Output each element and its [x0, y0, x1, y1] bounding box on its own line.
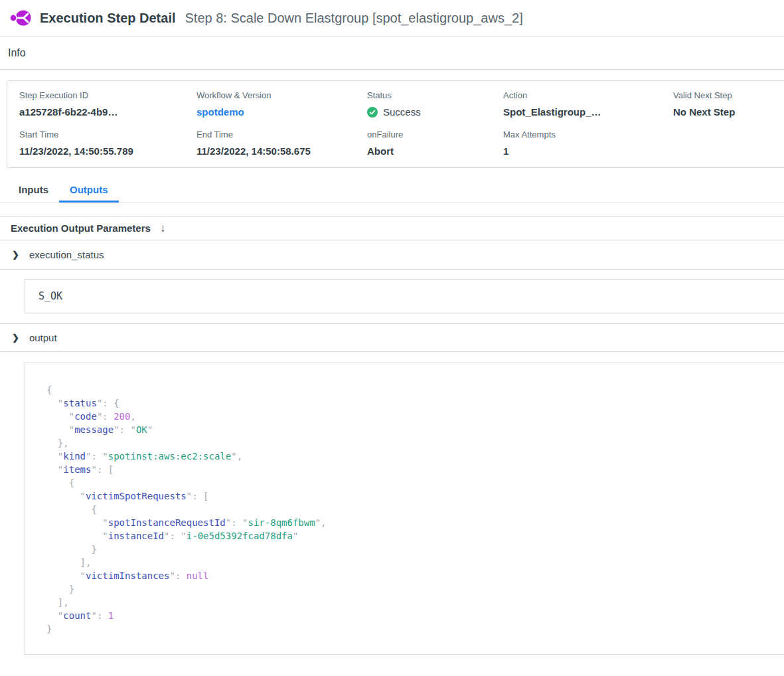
field-label: Status [367, 90, 503, 100]
field-valid-next-step: Valid Next Step No Next Step [673, 90, 773, 118]
field-workflow-version: Workflow & Version spotdemo [196, 90, 367, 118]
param-row-execution-status[interactable]: ❯ execution_status [0, 240, 784, 270]
output-json-viewer: { "status": { "code": 200, "message": "O… [25, 363, 784, 655]
info-section-header: Info [0, 37, 784, 70]
page-header: Execution Step Detail Step 8: Scale Down… [0, 0, 784, 37]
field-label: Valid Next Step [673, 90, 773, 100]
tab-inputs[interactable]: Inputs [8, 177, 59, 202]
status-badge: Success [367, 106, 503, 118]
field-label: End Time [196, 129, 367, 139]
field-label: Workflow & Version [196, 90, 367, 100]
field-value: 11/23/2022, 14:50:58.675 [196, 145, 367, 157]
tabs-spacer [0, 203, 784, 216]
download-icon[interactable]: ↓ [160, 222, 166, 234]
field-end-time: End Time 11/23/2022, 14:50:58.675 [196, 129, 367, 157]
field-label: Step Execution ID [19, 90, 196, 100]
workflow-link[interactable]: spotdemo [196, 106, 367, 118]
tab-outputs[interactable]: Outputs [59, 177, 119, 203]
output-parameters-header: Execution Output Parameters ↓ [0, 216, 784, 240]
field-status: Status Success [367, 90, 503, 118]
param-row-output[interactable]: ❯ output [0, 324, 784, 352]
field-label: Action [503, 90, 673, 100]
step-info-card: Step Execution ID a125728f-6b22-4b9… Wor… [7, 80, 784, 168]
field-step-execution-id: Step Execution ID a125728f-6b22-4b9… [19, 90, 196, 118]
param-name: output [29, 332, 57, 343]
success-check-icon [367, 107, 378, 118]
info-section-label: Info [8, 47, 26, 59]
output-parameters-title: Execution Output Parameters [11, 222, 151, 234]
field-label: Start Time [19, 129, 196, 139]
chevron-right-icon: ❯ [12, 250, 19, 259]
field-start-time: Start Time 11/23/2022, 14:50:55.789 [19, 129, 196, 157]
field-onfailure: onFailure Abort [367, 129, 503, 157]
field-value: 11/23/2022, 14:50:55.789 [19, 145, 196, 157]
field-value: 1 [503, 145, 673, 157]
field-value: No Next Step [673, 106, 773, 118]
field-max-attempts: Max Attempts 1 [503, 129, 673, 157]
field-value: a125728f-6b22-4b9… [19, 106, 196, 118]
spot-brand-icon [9, 8, 32, 28]
page-subtitle: Step 8: Scale Down Elastgroup [spot_elas… [185, 11, 523, 26]
page-title: Execution Step Detail [40, 11, 176, 26]
execution-status-value: S_OK [25, 279, 784, 313]
field-value: Abort [367, 145, 503, 157]
chevron-right-icon: ❯ [12, 333, 19, 342]
field-label: onFailure [367, 129, 503, 139]
status-text: Success [383, 106, 421, 118]
io-tabs: Inputs Outputs [0, 177, 784, 203]
field-action: Action Spot_Elastigroup_… [503, 90, 673, 118]
execution-status-value-section: S_OK [0, 279, 784, 324]
output-json-code: { "status": { "code": 200, "message": "O… [46, 383, 769, 635]
param-name: execution_status [29, 249, 104, 260]
field-label: Max Attempts [503, 129, 673, 139]
field-value: Spot_Elastigroup_… [503, 106, 673, 118]
